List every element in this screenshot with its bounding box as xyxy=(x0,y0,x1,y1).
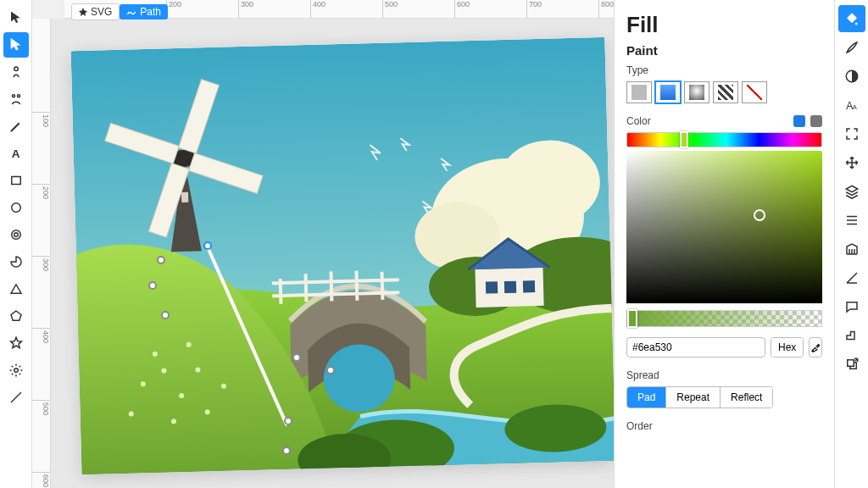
svg-rect-17 xyxy=(504,281,516,293)
contrast-tool[interactable] xyxy=(838,63,865,90)
brush-tool[interactable] xyxy=(838,34,865,61)
breadcrumb-root-label: SVG xyxy=(91,6,112,18)
left-toolbar: A xyxy=(0,0,32,488)
spread-pad[interactable]: Pad xyxy=(627,387,665,408)
star-tool[interactable] xyxy=(3,330,29,356)
ruler-tick: 200 xyxy=(166,0,181,18)
geometry-tool[interactable] xyxy=(838,264,865,291)
canvas-artwork[interactable] xyxy=(71,37,614,474)
ruler-tick: 500 xyxy=(32,400,50,415)
spread-segmented: Pad Repeat Reflect xyxy=(626,386,773,408)
svg-point-8 xyxy=(14,369,18,373)
pentagon-tool[interactable] xyxy=(3,303,29,329)
ruler-tick: 100 xyxy=(32,112,50,127)
path-icon xyxy=(126,7,136,17)
align-tool[interactable] xyxy=(838,207,865,234)
ruler-tick: 200 xyxy=(32,184,50,199)
hue-slider[interactable] xyxy=(626,132,822,147)
color-format-select[interactable]: Hex ⇅ xyxy=(771,337,804,358)
line-tool[interactable] xyxy=(3,385,29,410)
type-label: Type xyxy=(626,64,822,76)
section-paint: Paint xyxy=(626,43,822,58)
right-toolbar: AA xyxy=(834,0,868,488)
breadcrumb-leaf[interactable]: Path xyxy=(120,4,168,19)
step-tool[interactable] xyxy=(838,322,865,349)
panel-title: Fill xyxy=(626,12,822,38)
ruler-tick: 400 xyxy=(32,328,50,343)
svg-icon xyxy=(79,8,87,16)
svg-point-0 xyxy=(14,67,18,71)
svg-rect-16 xyxy=(486,281,498,293)
svg-point-1 xyxy=(12,95,14,97)
direct-select-tool[interactable] xyxy=(3,32,29,58)
pen-add-tool[interactable] xyxy=(3,59,29,85)
move-tool[interactable] xyxy=(838,149,865,176)
pencil-tool[interactable] xyxy=(3,114,29,139)
breadcrumb-leaf-label: Path xyxy=(140,6,161,18)
select-tool[interactable] xyxy=(3,5,29,30)
library-tool[interactable] xyxy=(838,236,865,263)
svg-text:A: A xyxy=(852,103,856,111)
gradient-stop-2[interactable] xyxy=(810,115,822,127)
fill-type-none[interactable] xyxy=(742,81,767,103)
svg-point-7 xyxy=(14,233,18,237)
ruler-vertical: 100 200 300 400 500 600 xyxy=(32,19,51,488)
order-label: Order xyxy=(626,420,822,432)
eyedropper-icon xyxy=(810,341,821,353)
ruler-tick: 600 xyxy=(32,472,50,487)
gear-tool[interactable] xyxy=(3,358,29,383)
paint-bucket-tool[interactable] xyxy=(838,5,865,32)
spread-repeat[interactable]: Repeat xyxy=(665,387,720,408)
ruler-tick: 300 xyxy=(238,0,253,18)
fill-type-linear[interactable] xyxy=(655,81,681,103)
fill-type-solid[interactable] xyxy=(626,81,652,103)
fill-type-radial[interactable] xyxy=(684,81,709,103)
layers-tool[interactable] xyxy=(838,178,865,205)
hue-handle[interactable] xyxy=(680,131,688,148)
ruler-tick: 800 xyxy=(598,0,614,18)
hex-input[interactable] xyxy=(626,337,765,358)
ring-tool[interactable] xyxy=(3,222,29,247)
chat-tool[interactable] xyxy=(838,293,865,320)
breadcrumb: SVG Path xyxy=(71,3,168,20)
fill-type-pattern[interactable] xyxy=(713,81,738,103)
gradient-stop-1[interactable] xyxy=(793,115,805,127)
canvas-area: 200 300 400 500 600 700 800 100 200 300 … xyxy=(32,0,614,488)
ruler-tick: 500 xyxy=(382,0,398,18)
svg-rect-24 xyxy=(181,192,188,202)
gradient-stops xyxy=(793,115,822,127)
saturation-value-picker[interactable] xyxy=(626,151,822,303)
spread-reflect[interactable]: Reflect xyxy=(720,387,772,408)
text-style-tool[interactable]: AA xyxy=(838,92,865,119)
svg-point-6 xyxy=(11,230,20,240)
landscape-illustration xyxy=(71,37,614,474)
ruler-tick: 400 xyxy=(310,0,326,18)
alpha-slider[interactable] xyxy=(626,310,822,327)
triangle-tool[interactable] xyxy=(3,276,29,302)
fullscreen-tool[interactable] xyxy=(838,120,865,147)
svg-point-2 xyxy=(17,95,19,97)
svg-rect-4 xyxy=(11,177,20,185)
color-format-label: Hex xyxy=(771,338,803,357)
text-tool[interactable]: A xyxy=(3,141,29,166)
alpha-handle[interactable] xyxy=(627,309,637,328)
spread-label: Spread xyxy=(626,369,822,381)
pie-tool[interactable] xyxy=(3,249,29,274)
export-tool[interactable] xyxy=(838,351,865,378)
color-label: Color xyxy=(626,115,651,127)
properties-panel: Fill Paint Type Color Hex xyxy=(614,0,834,488)
svg-rect-18 xyxy=(523,280,535,292)
svg-point-5 xyxy=(11,203,20,213)
eyedropper-button[interactable] xyxy=(809,337,823,358)
svg-text:A: A xyxy=(11,147,19,160)
sv-cursor[interactable] xyxy=(754,209,765,221)
fill-type-row xyxy=(626,81,822,103)
ruler-tick: 600 xyxy=(454,0,470,18)
circle-tool[interactable] xyxy=(3,195,29,220)
rect-tool[interactable] xyxy=(3,168,29,193)
breadcrumb-root[interactable]: SVG xyxy=(71,3,120,20)
ruler-tick: 300 xyxy=(32,256,50,271)
ruler-tick: 700 xyxy=(526,0,542,18)
pen-remove-tool[interactable] xyxy=(3,86,29,112)
